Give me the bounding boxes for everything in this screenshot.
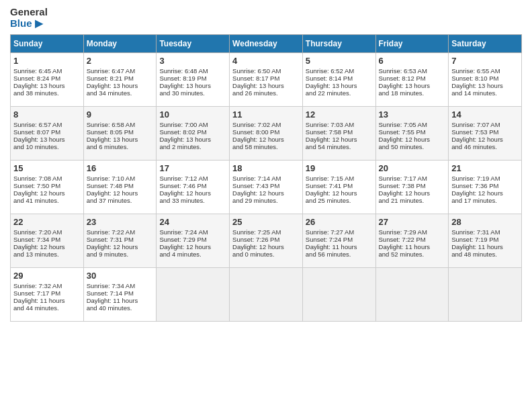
calendar-cell: 8Sunrise: 6:57 AMSunset: 8:07 PMDaylight… xyxy=(11,107,84,161)
day-number: 5 xyxy=(306,56,373,66)
day-info: Daylight: 13 hours xyxy=(451,82,519,89)
day-info: and 4 minutes. xyxy=(159,250,226,258)
day-info: Sunset: 7:24 PM xyxy=(306,236,373,243)
calendar-cell: 22Sunrise: 7:20 AMSunset: 7:34 PMDayligh… xyxy=(11,214,84,268)
day-info: Sunset: 7:53 PM xyxy=(451,128,519,136)
weekday-header: Sunday xyxy=(11,35,84,53)
weekday-header: Monday xyxy=(83,35,157,53)
day-number: 6 xyxy=(379,56,446,66)
calendar-cell: 16Sunrise: 7:10 AMSunset: 7:48 PMDayligh… xyxy=(83,161,157,214)
calendar-cell: 9Sunrise: 6:58 AMSunset: 8:05 PMDaylight… xyxy=(83,107,157,161)
calendar-week-row: 22Sunrise: 7:20 AMSunset: 7:34 PMDayligh… xyxy=(11,214,522,268)
day-info: and 56 minutes. xyxy=(306,250,373,258)
day-info: Sunrise: 7:05 AM xyxy=(379,121,446,128)
calendar-body: 1Sunrise: 6:45 AMSunset: 8:24 PMDaylight… xyxy=(11,53,522,322)
day-info: Sunset: 7:41 PM xyxy=(306,182,373,189)
day-info: and 14 minutes. xyxy=(451,89,519,97)
day-number: 20 xyxy=(379,163,446,173)
day-info: Sunrise: 7:25 AM xyxy=(232,228,300,236)
calendar-cell xyxy=(157,268,230,322)
day-number: 3 xyxy=(159,56,226,66)
calendar-cell: 19Sunrise: 7:15 AMSunset: 7:41 PMDayligh… xyxy=(302,161,375,214)
day-info: Sunrise: 6:45 AM xyxy=(13,67,81,75)
day-info: Daylight: 12 hours xyxy=(306,136,373,143)
day-info: Daylight: 12 hours xyxy=(232,189,300,197)
calendar-cell: 14Sunrise: 7:07 AMSunset: 7:53 PMDayligh… xyxy=(449,107,522,161)
day-info: Sunset: 8:12 PM xyxy=(379,75,446,82)
calendar-cell: 23Sunrise: 7:22 AMSunset: 7:31 PMDayligh… xyxy=(83,214,157,268)
day-number: 26 xyxy=(306,217,373,227)
day-info: and 0 minutes. xyxy=(232,250,300,258)
day-info: Daylight: 13 hours xyxy=(159,82,226,89)
day-info: Sunset: 7:46 PM xyxy=(159,182,226,189)
day-info: and 38 minutes. xyxy=(13,89,81,97)
day-info: Sunrise: 7:32 AM xyxy=(13,282,81,289)
day-info: Daylight: 13 hours xyxy=(87,136,154,143)
day-info: Sunset: 8:19 PM xyxy=(159,75,226,82)
day-info: Sunrise: 7:10 AM xyxy=(87,175,154,182)
day-info: and 21 minutes. xyxy=(379,197,446,204)
day-number: 19 xyxy=(306,163,373,173)
calendar-cell: 1Sunrise: 6:45 AMSunset: 8:24 PMDaylight… xyxy=(11,53,84,107)
day-number: 17 xyxy=(159,163,226,173)
day-info: Sunset: 8:14 PM xyxy=(306,75,373,82)
day-info: Sunrise: 7:19 AM xyxy=(451,175,519,182)
day-info: Daylight: 13 hours xyxy=(379,82,446,89)
day-info: Daylight: 13 hours xyxy=(159,136,226,143)
day-info: and 58 minutes. xyxy=(232,143,300,150)
day-number: 11 xyxy=(232,109,300,120)
day-info: and 34 minutes. xyxy=(87,89,154,97)
calendar-cell: 27Sunrise: 7:29 AMSunset: 7:22 PMDayligh… xyxy=(375,214,449,268)
page-header: General Blue ▶ xyxy=(10,7,522,29)
day-number: 14 xyxy=(451,109,519,120)
day-info: Sunrise: 7:20 AM xyxy=(13,228,81,236)
day-info: Sunset: 7:55 PM xyxy=(379,128,446,136)
day-info: and 18 minutes. xyxy=(379,89,446,97)
day-number: 21 xyxy=(451,163,519,173)
day-info: Sunrise: 6:48 AM xyxy=(159,67,226,75)
day-info: and 25 minutes. xyxy=(306,197,373,204)
day-info: Daylight: 13 hours xyxy=(306,82,373,89)
day-info: and 22 minutes. xyxy=(306,89,373,97)
logo: General Blue ▶ xyxy=(10,7,48,29)
day-info: and 54 minutes. xyxy=(306,143,373,150)
day-number: 2 xyxy=(87,56,154,66)
day-number: 10 xyxy=(159,109,226,120)
day-info: Sunset: 7:29 PM xyxy=(159,236,226,243)
logo-blue: Blue ▶ xyxy=(10,18,48,30)
day-info: Daylight: 12 hours xyxy=(232,243,300,250)
calendar-week-row: 1Sunrise: 6:45 AMSunset: 8:24 PMDaylight… xyxy=(11,53,522,107)
calendar-cell: 2Sunrise: 6:47 AMSunset: 8:21 PMDaylight… xyxy=(83,53,157,107)
day-info: and 50 minutes. xyxy=(379,143,446,150)
calendar-cell: 11Sunrise: 7:02 AMSunset: 8:00 PMDayligh… xyxy=(230,107,303,161)
day-number: 30 xyxy=(87,271,154,281)
day-info: and 2 minutes. xyxy=(159,143,226,150)
weekday-header: Saturday xyxy=(449,35,522,53)
day-number: 13 xyxy=(379,109,446,120)
day-info: Sunset: 8:02 PM xyxy=(159,128,226,136)
calendar-cell: 12Sunrise: 7:03 AMSunset: 7:58 PMDayligh… xyxy=(302,107,375,161)
day-info: Sunset: 7:17 PM xyxy=(13,289,81,297)
day-info: Sunrise: 6:50 AM xyxy=(232,67,300,75)
day-number: 8 xyxy=(13,109,81,120)
calendar-cell: 4Sunrise: 6:50 AMSunset: 8:17 PMDaylight… xyxy=(230,53,303,107)
day-info: Sunrise: 7:08 AM xyxy=(13,175,81,182)
day-info: Daylight: 13 hours xyxy=(13,82,81,89)
day-info: Sunrise: 6:52 AM xyxy=(306,67,373,75)
day-info: Daylight: 13 hours xyxy=(232,82,300,89)
day-info: Sunset: 7:38 PM xyxy=(379,182,446,189)
calendar-cell: 28Sunrise: 7:31 AMSunset: 7:19 PMDayligh… xyxy=(449,214,522,268)
day-info: Sunrise: 7:27 AM xyxy=(306,228,373,236)
day-info: Daylight: 13 hours xyxy=(13,136,81,143)
day-info: Daylight: 13 hours xyxy=(87,82,154,89)
day-info: and 6 minutes. xyxy=(87,143,154,150)
day-info: and 52 minutes. xyxy=(379,250,446,258)
day-info: Sunset: 8:21 PM xyxy=(87,75,154,82)
day-info: Sunset: 7:48 PM xyxy=(87,182,154,189)
calendar-cell xyxy=(230,268,303,322)
day-info: and 29 minutes. xyxy=(232,197,300,204)
weekday-header: Friday xyxy=(375,35,449,53)
day-info: and 46 minutes. xyxy=(451,143,519,150)
day-info: Daylight: 12 hours xyxy=(379,136,446,143)
day-info: Sunset: 7:43 PM xyxy=(232,182,300,189)
